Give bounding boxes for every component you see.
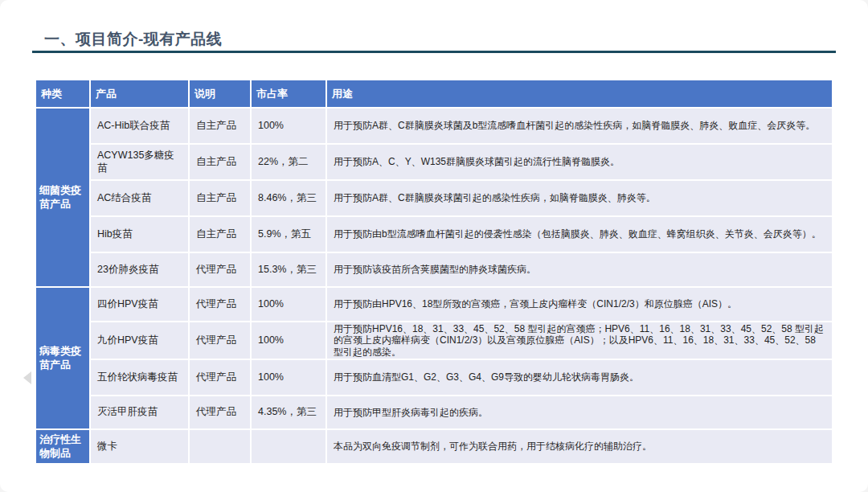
cell-usage: 用于预防A群、C群脑膜炎球菌及b型流感嗜血杆菌引起的感染性疾病，如脑脊髓膜炎、肺… (327, 109, 832, 143)
cell-desc: 自主产品 (190, 109, 250, 143)
cell-desc: 代理产品 (190, 288, 250, 321)
cell-share: 8.46%，第三 (252, 181, 326, 215)
category-cell-viral: 病毒类疫苗产品 (36, 288, 89, 428)
product-table: 种类 产品 说明 市占率 用途 细菌类疫苗产品 病毒类疫苗产品 治疗性生物制品 … (36, 80, 832, 463)
cell-desc: 自主产品 (190, 217, 250, 252)
cell-product: 五价轮状病毒疫苗 (91, 360, 188, 395)
slide: 一、项目简介-现有产品线 种类 产品 说明 市占率 用途 细菌类疫苗产品 病毒类… (0, 0, 868, 492)
cell-share: 100% (252, 109, 326, 143)
cell-product: 九价HPV疫苗 (91, 322, 188, 359)
cell-usage: 用于预防血清型G1、G2、G3、G4、G9导致的婴幼儿轮状病毒胃肠炎。 (327, 360, 832, 395)
cell-usage: 用于预防由HPV16、18型所致的宫颈癌，宫颈上皮内瘤样变（CIN1/2/3）和… (327, 288, 832, 321)
cell-usage: 用于预防A群、C群脑膜炎球菌引起的感染性疾病，如脑脊髓膜炎、肺炎等。 (327, 181, 832, 215)
cell-desc: 代理产品 (190, 360, 250, 395)
cell-desc: 自主产品 (190, 145, 250, 179)
cell-desc: 代理产品 (190, 253, 250, 286)
cell-desc (190, 430, 250, 463)
cell-share: 100% (252, 360, 326, 395)
table-header-share: 市占率 (252, 80, 326, 107)
cell-share: 4.35%，第三 (252, 396, 326, 428)
cell-usage: 本品为双向免疫调节制剂，可作为联合用药，用于结核病化疗的辅助治疗。 (327, 430, 832, 463)
cell-share: 100% (252, 288, 326, 321)
cell-product: Hib疫苗 (91, 217, 188, 252)
cell-share: 100% (252, 322, 326, 359)
cell-usage: 用于预防HPV16、18、31、33、45、52、58 型引起的宫颈癌；HPV6… (327, 322, 832, 359)
cell-share: 15.3%，第三 (252, 253, 326, 286)
page-title: 一、项目简介-现有产品线 (44, 29, 222, 50)
category-cell-therapeutic: 治疗性生物制品 (36, 430, 89, 463)
cell-product: AC结合疫苗 (91, 181, 188, 215)
title-underline (32, 51, 836, 53)
cell-usage: 用于预防由b型流感嗜血杆菌引起的侵袭性感染（包括脑膜炎、肺炎、败血症、蜂窝组织炎… (327, 217, 832, 252)
cell-share (252, 430, 326, 463)
table-header-type: 种类 (36, 80, 89, 107)
cell-product: ACYW135多糖疫苗 (91, 145, 188, 179)
category-cell-bacterial: 细菌类疫苗产品 (36, 109, 89, 286)
table-header-desc: 说明 (190, 80, 250, 107)
table-header-usage: 用途 (327, 80, 832, 107)
table-header-product: 产品 (91, 80, 188, 107)
cell-product: 微卡 (91, 430, 188, 463)
cell-desc: 代理产品 (190, 322, 250, 359)
cell-share: 5.9%，第五 (252, 217, 326, 252)
cell-product: 灭活甲肝疫苗 (91, 396, 188, 428)
cell-share: 22%，第二 (252, 145, 326, 179)
cell-product: AC-Hib联合疫苗 (91, 109, 188, 143)
cell-usage: 用于预防A、C、Y、W135群脑膜炎球菌引起的流行性脑脊髓膜炎。 (327, 145, 832, 179)
cell-desc: 代理产品 (190, 396, 250, 428)
chevron-left-icon[interactable] (23, 371, 31, 384)
cell-product: 23价肺炎疫苗 (91, 253, 188, 286)
cell-desc: 自主产品 (190, 181, 250, 215)
cell-usage: 用于预防该疫苗所含荚膜菌型的肺炎球菌疾病。 (327, 253, 832, 286)
cell-usage: 用于预防甲型肝炎病毒引起的疾病。 (327, 396, 832, 428)
cell-product: 四价HPV疫苗 (91, 288, 188, 321)
